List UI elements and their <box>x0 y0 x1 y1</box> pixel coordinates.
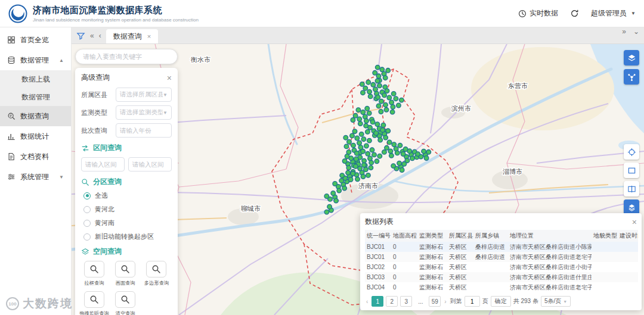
page-number-3[interactable]: 3 <box>400 296 412 307</box>
monitoring-point-marker[interactable] <box>390 110 395 114</box>
monitoring-point-marker[interactable] <box>370 120 375 124</box>
monitoring-point-marker[interactable] <box>392 142 397 147</box>
close-tab-icon[interactable]: × <box>147 33 151 40</box>
monitoring-point-marker[interactable] <box>386 68 391 73</box>
monitoring-point-marker[interactable] <box>391 164 396 169</box>
monitoring-point-marker[interactable] <box>380 67 385 72</box>
swipe-compare-button[interactable] <box>624 181 639 197</box>
range-from-input[interactable] <box>81 157 125 171</box>
monitoring-point-marker[interactable] <box>366 173 371 178</box>
monitoring-point-marker[interactable] <box>324 194 329 199</box>
monitoring-point-marker[interactable] <box>380 128 385 133</box>
spatial-tool-1[interactable]: 拉框查询 <box>81 261 107 287</box>
page-number-1[interactable]: 1 <box>371 296 383 307</box>
layers-button[interactable] <box>624 50 639 66</box>
zone-radio-黄河北[interactable]: 黄河北 <box>83 205 172 214</box>
monitoring-point-marker[interactable] <box>385 146 389 151</box>
monitoring-point-marker[interactable] <box>361 174 366 179</box>
sidebar-subitem-data-upload[interactable]: 数据上载 <box>0 70 71 88</box>
page-size-select[interactable]: 5条/页 ▼ <box>541 296 571 307</box>
tab-data-query[interactable]: 数据查询 × <box>106 29 158 43</box>
zone-radio-全选[interactable]: 全选 <box>83 191 172 200</box>
map-canvas[interactable]: 衡水市东营市滨州市淄博市济南市聊城市 高级查询 × 所属区县 请选择所属区县 ▼ <box>72 44 644 315</box>
monitoring-point-marker[interactable] <box>351 118 355 123</box>
monitoring-point-marker[interactable] <box>368 94 373 99</box>
table-row[interactable]: BJC020监测标石天桥区济南市天桥区桑梓店街道小街子村 <box>365 262 638 272</box>
monitoring-point-marker[interactable] <box>382 150 387 155</box>
monitoring-point-marker[interactable] <box>362 158 367 163</box>
monitoring-point-marker[interactable] <box>364 144 369 148</box>
monitoring-point-marker[interactable] <box>386 129 391 133</box>
monitoring-point-marker[interactable] <box>346 170 351 175</box>
table-row[interactable]: BJC010监测标石天桥区桑梓店街道济南市天桥区桑梓店街道小陈家村 <box>365 242 638 252</box>
keyword-search-input[interactable] <box>83 53 170 60</box>
monitoring-point-marker[interactable] <box>342 159 347 164</box>
tab-list-icon[interactable]: ⌄ <box>633 28 639 35</box>
monitoring-point-marker[interactable] <box>372 152 377 157</box>
monitoring-point-marker[interactable] <box>360 82 365 87</box>
sidebar-item-system-management[interactable]: 系统管理 ▼ <box>0 167 71 187</box>
monitoring-point-marker[interactable] <box>410 156 415 161</box>
monitoring-point-marker[interactable] <box>333 182 338 186</box>
monitoring-point-marker[interactable] <box>397 103 401 108</box>
monitoring-point-marker[interactable] <box>375 122 380 127</box>
monitoring-point-marker[interactable] <box>366 130 370 135</box>
monitoring-point-marker[interactable] <box>350 133 355 138</box>
monitoring-point-marker[interactable] <box>383 135 388 140</box>
goto-page-input[interactable] <box>465 296 480 307</box>
monitoring-point-marker[interactable] <box>369 166 373 170</box>
monitoring-point-marker[interactable] <box>422 149 426 154</box>
monitoring-point-marker[interactable] <box>388 149 393 154</box>
monitoring-point-marker[interactable] <box>366 152 370 157</box>
monitoring-point-marker[interactable] <box>368 156 373 161</box>
spatial-tool-4[interactable]: 拖拽监听查询 <box>81 291 107 315</box>
monitoring-point-marker[interactable] <box>373 71 377 76</box>
sidebar-item-data-management[interactable]: 数据管理 ▲ <box>0 50 71 70</box>
monitoring-point-marker[interactable] <box>367 138 372 143</box>
monitoring-point-marker[interactable] <box>357 117 362 121</box>
monitoring-point-marker[interactable] <box>354 157 359 161</box>
monitoring-point-marker[interactable] <box>359 132 364 137</box>
monitoring-point-marker[interactable] <box>389 100 394 105</box>
district-select[interactable]: 请选择所属区县 ▼ <box>116 88 172 102</box>
table-row[interactable]: BJC040监测标石天桥区济南市天桥区桑梓店街道老宅子村 <box>365 282 638 292</box>
monitoring-point-marker[interactable] <box>361 163 366 167</box>
monitoring-point-marker[interactable] <box>397 161 402 166</box>
monitoring-point-marker[interactable] <box>361 110 366 115</box>
monitoring-point-marker[interactable] <box>352 129 357 134</box>
monitoring-point-marker[interactable] <box>357 141 362 145</box>
sidebar-item-data-statistics[interactable]: 数据统计 <box>0 126 71 146</box>
monitoring-point-marker[interactable] <box>375 65 380 70</box>
monitoring-point-marker[interactable] <box>376 104 381 108</box>
monitoring-point-marker[interactable] <box>344 144 349 149</box>
monitoring-point-marker[interactable] <box>385 89 389 93</box>
filter-icon[interactable] <box>76 32 85 40</box>
monitoring-point-marker[interactable] <box>400 98 404 102</box>
scroll-tabs-left-icon[interactable]: « <box>90 32 94 39</box>
monitoring-point-marker[interactable] <box>356 108 361 113</box>
monitoring-point-marker[interactable] <box>416 152 420 157</box>
monitoring-point-marker[interactable] <box>387 140 392 145</box>
monitoring-point-marker[interactable] <box>394 96 398 101</box>
prev-tab-icon[interactable]: ‹ <box>99 32 101 39</box>
monitoring-point-marker[interactable] <box>361 137 366 142</box>
monitoring-point-marker[interactable] <box>383 76 388 80</box>
monitoring-point-marker[interactable] <box>375 79 380 83</box>
zone-radio-新旧动能转换起步区[interactable]: 新旧动能转换起步区 <box>83 232 172 241</box>
monitoring-point-marker[interactable] <box>426 150 431 155</box>
monitoring-point-marker[interactable] <box>384 108 389 113</box>
monitoring-point-marker[interactable] <box>383 102 388 107</box>
refresh-button[interactable] <box>570 9 579 18</box>
monitoring-point-marker[interactable] <box>381 123 386 127</box>
monitoring-point-marker[interactable] <box>424 156 429 161</box>
monitoring-point-marker[interactable] <box>367 89 372 94</box>
spatial-tool-2[interactable]: 画面查询 <box>112 261 138 287</box>
monitoring-point-marker[interactable] <box>368 126 373 130</box>
spatial-tool-3[interactable]: 多边形查询 <box>143 261 169 287</box>
monitoring-point-marker[interactable] <box>351 171 355 176</box>
monitoring-point-marker[interactable] <box>354 164 358 169</box>
monitor-type-select[interactable]: 请选择监测类型 ▼ <box>116 105 172 120</box>
monitoring-point-marker[interactable] <box>400 168 404 173</box>
box-select-button[interactable] <box>624 163 639 178</box>
monitoring-point-marker[interactable] <box>358 121 363 126</box>
